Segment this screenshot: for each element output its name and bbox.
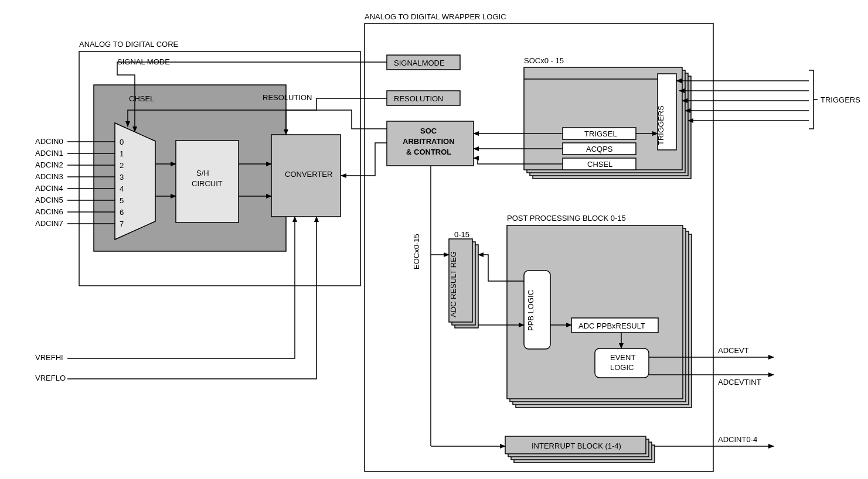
triggers-bracket <box>809 70 813 129</box>
trigger-lines <box>676 81 809 121</box>
sh-label-1: S/H <box>196 169 209 177</box>
adcint-label: ADCINT0-4 <box>718 435 757 444</box>
resolution-label: RESOLUTION <box>263 93 312 102</box>
svg-text:7: 7 <box>120 220 124 228</box>
svg-text:6: 6 <box>120 208 124 217</box>
converter-label: CONVERTER <box>285 170 332 179</box>
svg-text:EVENT: EVENT <box>610 353 635 362</box>
adcevtint-label: ADCEVTINT <box>718 378 761 386</box>
svg-text:ARBITRATION: ARBITRATION <box>403 137 455 146</box>
svg-text:1: 1 <box>120 149 124 158</box>
svg-text:TRIGGERS: TRIGGERS <box>656 105 665 145</box>
svg-text:ADCIN0: ADCIN0 <box>35 137 63 146</box>
svg-text:ADCIN5: ADCIN5 <box>35 196 63 204</box>
svg-text:ADC PPBxRESULT: ADC PPBxRESULT <box>578 321 645 330</box>
adc-block-diagram: ANALOG TO DIGITAL WRAPPER LOGIC ANALOG T… <box>0 0 868 479</box>
eoc-label: EOCx0-15 <box>412 234 421 269</box>
svg-text:CHSEL: CHSEL <box>587 160 612 169</box>
svg-text:ADC RESULT REG: ADC RESULT REG <box>449 251 458 317</box>
svg-text:ADCIN3: ADCIN3 <box>35 172 63 181</box>
chsel-label: CHSEL <box>129 94 154 103</box>
socx-title: SOCx0 - 15 <box>524 56 564 65</box>
sh-label-2: CIRCUIT <box>192 179 223 188</box>
svg-text:5: 5 <box>120 196 124 205</box>
svg-text:INTERRUPT BLOCK (1-4): INTERRUPT BLOCK (1-4) <box>532 442 621 450</box>
svg-text:ADCIN2: ADCIN2 <box>35 160 63 169</box>
svg-text:ADCIN6: ADCIN6 <box>35 207 63 216</box>
svg-text:ADCIN7: ADCIN7 <box>35 219 63 228</box>
svg-text:PPB LOGIC: PPB LOGIC <box>526 290 535 331</box>
ppb-title: POST PROCESSING BLOCK 0-15 <box>507 214 626 223</box>
svg-text:4: 4 <box>120 184 124 193</box>
svg-text:2: 2 <box>120 161 124 170</box>
soc-conv-wire <box>341 143 387 176</box>
svg-text:ACQPS: ACQPS <box>586 145 613 153</box>
svg-text:3: 3 <box>120 173 124 182</box>
core-title: ANALOG TO DIGITAL CORE <box>79 40 179 49</box>
vreflo-label: VREFLO <box>35 374 66 382</box>
wrapper-title: ANALOG TO DIGITAL WRAPPER LOGIC <box>365 12 506 21</box>
svg-text:ADCIN1: ADCIN1 <box>35 149 63 158</box>
adcevt-label: ADCEVT <box>718 346 749 355</box>
svg-text:ADCIN4: ADCIN4 <box>35 184 63 193</box>
svg-text:SIGNALMODE: SIGNALMODE <box>394 59 445 67</box>
svg-text:RESOLUTION: RESOLUTION <box>394 94 444 103</box>
vrefhi-label: VREFHI <box>35 353 63 362</box>
svg-text:LOGIC: LOGIC <box>610 363 634 372</box>
svg-text:SOC: SOC <box>420 126 437 135</box>
triggers-label: TRIGGERS <box>821 95 860 104</box>
svg-text:& CONTROL: & CONTROL <box>406 148 451 156</box>
svg-text:TRIGSEL: TRIGSEL <box>584 129 617 138</box>
result-reg-title: 0-15 <box>454 230 469 239</box>
svg-text:0: 0 <box>120 138 124 146</box>
